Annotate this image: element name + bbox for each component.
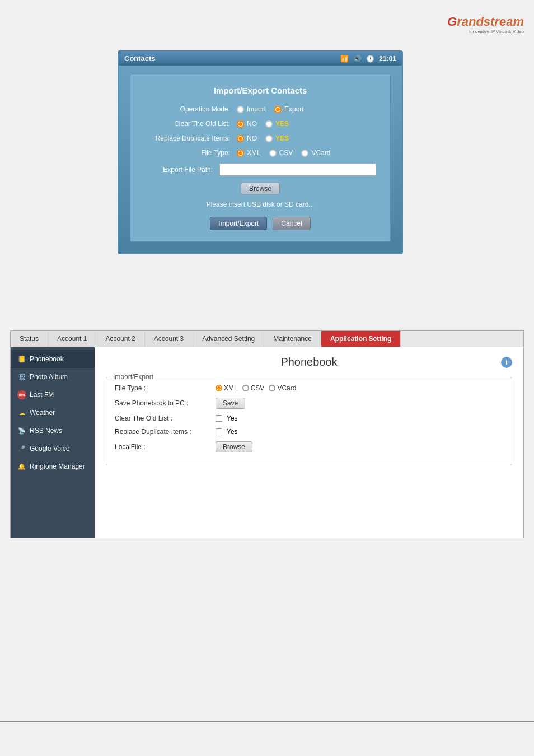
- xml-radio-circle[interactable]: [216, 385, 222, 391]
- contacts-inner-panel: Import/Export Contacts Operation Mode: I…: [130, 74, 391, 242]
- xml-radio-web[interactable]: XML: [216, 384, 238, 392]
- sidebar-item-weather[interactable]: ☁ Weather: [11, 404, 95, 422]
- bottom-divider: [0, 721, 534, 722]
- tab-account3[interactable]: Account 3: [145, 331, 193, 347]
- tab-status[interactable]: Status: [11, 331, 48, 347]
- sidebar-lastfm-label: Last FM: [30, 391, 54, 399]
- tab-account1[interactable]: Account 1: [48, 331, 96, 347]
- yes-radio[interactable]: [265, 120, 273, 128]
- sidebar: 📒 Phonebook 🖼 Photo Album lfm Last FM ☁ …: [11, 347, 95, 538]
- tab-maintenance[interactable]: Maintenance: [264, 331, 321, 347]
- yes-label: YES: [275, 120, 289, 128]
- clear-old-checkbox[interactable]: [216, 415, 222, 422]
- sidebar-item-photo-album[interactable]: 🖼 Photo Album: [11, 368, 95, 386]
- no-radio[interactable]: [237, 120, 244, 128]
- vcard-radio-circle[interactable]: [269, 385, 275, 391]
- tab-account2[interactable]: Account 2: [96, 331, 144, 347]
- contacts-title: Contacts: [124, 54, 156, 63]
- export-label: Export: [284, 105, 304, 113]
- contacts-body: Import/Export Contacts Operation Mode: I…: [119, 66, 402, 253]
- titlebar-right: 📶 🔊 🕐 21:01: [340, 55, 396, 63]
- tab-advanced-setting[interactable]: Advanced Setting: [193, 331, 264, 347]
- google-voice-icon: 🎤: [17, 444, 26, 453]
- csv-option-label: CSV: [251, 384, 265, 392]
- volume-icon: 🔊: [353, 55, 362, 63]
- sidebar-item-phonebook[interactable]: 📒 Phonebook: [11, 350, 95, 368]
- csv-radio[interactable]: [269, 150, 277, 157]
- dup-yes-radio-group[interactable]: YES: [265, 134, 289, 142]
- replace-dup-check-label: Yes: [227, 428, 238, 436]
- dup-yes-radio[interactable]: [265, 135, 273, 142]
- export-path-input[interactable]: [219, 164, 376, 176]
- web-content: 📒 Phonebook 🖼 Photo Album lfm Last FM ☁ …: [11, 347, 523, 538]
- replace-duplicates-label: Replace Duplicate Items:: [144, 134, 237, 142]
- clear-old-list-web-value: Yes: [216, 414, 503, 422]
- ringtone-icon: 🔔: [17, 462, 26, 471]
- dialog-inner-title: Import/Export Contacts: [144, 86, 376, 95]
- csv-radio-group[interactable]: CSV: [269, 149, 293, 157]
- localfile-value: Browse: [216, 441, 503, 452]
- xml-radio[interactable]: [237, 150, 244, 157]
- localfile-label: LocalFile :: [115, 443, 216, 451]
- sidebar-item-lastfm[interactable]: lfm Last FM: [11, 386, 95, 404]
- dup-no-label: NO: [247, 134, 257, 142]
- file-type-field-label: File Type :: [115, 384, 216, 392]
- web-interface: Status Account 1 Account 2 Account 3 Adv…: [10, 330, 524, 538]
- xml-label: XML: [247, 149, 261, 157]
- vcard-radio-web[interactable]: VCard: [269, 384, 296, 392]
- replace-dup-web-row: Replace Duplicate Items : Yes: [115, 428, 503, 436]
- usb-note: Please insert USB disk or SD card...: [144, 200, 376, 208]
- replace-duplicates-controls: NO YES: [237, 134, 376, 142]
- import-radio-group[interactable]: Import: [237, 105, 266, 113]
- localfile-row: LocalFile : Browse: [115, 441, 503, 452]
- main-content: Phonebook i Import/Export File Type : XM…: [95, 347, 523, 538]
- clock-icon: 🕐: [366, 55, 374, 63]
- csv-radio-circle[interactable]: [242, 385, 249, 391]
- save-phonebook-row: Save Phonebook to PC : Save: [115, 398, 503, 409]
- sidebar-item-ringtone[interactable]: 🔔 Ringtone Manager: [11, 458, 95, 475]
- replace-dup-web-value: Yes: [216, 428, 503, 436]
- vcard-label: VCard: [311, 149, 330, 157]
- dup-no-radio[interactable]: [237, 135, 244, 142]
- photo-album-icon: 🖼: [17, 372, 26, 381]
- file-type-field-value: XML CSV VCard: [216, 384, 503, 392]
- logo-rest: randstream: [457, 15, 524, 29]
- operation-mode-label: Operation Mode:: [144, 105, 237, 113]
- no-radio-group[interactable]: NO: [237, 120, 257, 128]
- export-radio[interactable]: [274, 106, 282, 113]
- clear-old-list-label: Clear The Old List:: [144, 120, 237, 128]
- vcard-option-label: VCard: [277, 384, 296, 392]
- logo-g: G: [447, 15, 457, 29]
- vcard-radio-group[interactable]: VCard: [301, 149, 330, 157]
- sidebar-item-google-voice[interactable]: 🎤 Google Voice: [11, 440, 95, 458]
- weather-icon: ☁: [17, 408, 26, 417]
- file-type-row: File Type: XML CSV VCard: [144, 149, 376, 157]
- dup-no-radio-group[interactable]: NO: [237, 134, 257, 142]
- vcard-radio[interactable]: [301, 150, 308, 157]
- export-radio-group[interactable]: Export: [274, 105, 304, 113]
- sidebar-item-rss[interactable]: 📡 RSS News: [11, 422, 95, 440]
- section-label: Import/Export: [111, 373, 156, 381]
- tab-application-setting[interactable]: Application Setting: [321, 331, 401, 347]
- localfile-browse-button[interactable]: Browse: [216, 441, 252, 452]
- page-heading: Phonebook: [280, 356, 337, 368]
- sidebar-photo-label: Photo Album: [30, 373, 68, 381]
- import-export-button[interactable]: Import/Export: [210, 217, 267, 230]
- yes-radio-group[interactable]: YES: [265, 120, 289, 128]
- sidebar-rss-label: RSS News: [30, 427, 62, 435]
- browse-button[interactable]: Browse: [241, 183, 280, 195]
- rss-icon: 📡: [17, 426, 26, 435]
- info-icon[interactable]: i: [501, 357, 512, 368]
- file-type-label: File Type:: [144, 149, 237, 157]
- import-radio[interactable]: [237, 106, 244, 113]
- save-phonebook-button[interactable]: Save: [216, 398, 245, 409]
- clear-old-list-row: Clear The Old List: NO YES: [144, 120, 376, 128]
- file-type-controls: XML CSV VCard: [237, 149, 376, 157]
- cancel-button[interactable]: Cancel: [273, 217, 310, 230]
- clear-old-list-web-label: Clear The Old List :: [115, 414, 216, 422]
- replace-dup-checkbox[interactable]: [216, 428, 222, 435]
- import-export-section: Import/Export File Type : XML CSV: [106, 377, 512, 465]
- xml-radio-group[interactable]: XML: [237, 149, 261, 157]
- csv-radio-web[interactable]: CSV: [242, 384, 265, 392]
- clear-old-check-label: Yes: [227, 414, 238, 422]
